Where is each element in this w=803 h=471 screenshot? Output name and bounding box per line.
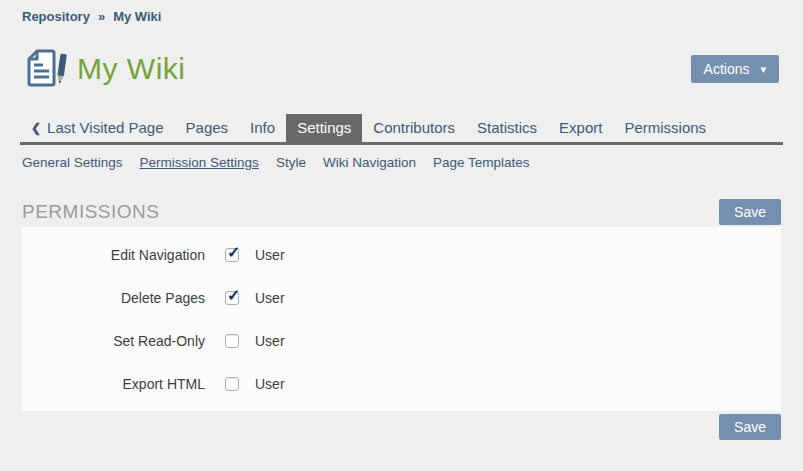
tab-label: Export — [559, 119, 602, 136]
permission-row: Export HTML User — [22, 362, 781, 405]
export-html-user-checkbox[interactable] — [225, 377, 239, 391]
tab-label: Settings — [297, 119, 351, 136]
role-label: User — [255, 247, 285, 263]
permission-label: Delete Pages — [22, 290, 205, 306]
wiki-document-pencil-icon — [24, 48, 68, 90]
back-chevron-icon: ❮ — [31, 121, 41, 135]
actions-button[interactable]: Actions ▾ — [691, 55, 779, 83]
breadcrumb-repository-link[interactable]: Repository — [22, 9, 90, 24]
subnav-page-templates[interactable]: Page Templates — [433, 155, 530, 170]
actions-button-label: Actions — [704, 62, 750, 76]
save-button-bottom[interactable]: Save — [719, 414, 781, 440]
save-button-top[interactable]: Save — [719, 199, 781, 225]
role-label: User — [255, 333, 285, 349]
edit-navigation-user-checkbox[interactable] — [225, 248, 239, 262]
tab-bar: ❮ Last Visited Page Pages Info Settings … — [20, 114, 783, 145]
page-header: My Wiki Actions ▾ — [0, 48, 803, 90]
chevron-down-icon: ▾ — [760, 64, 766, 75]
permissions-section-title: PERMISSIONS — [22, 201, 159, 223]
tab-label: Contributors — [373, 119, 455, 136]
tab-last-visited-page[interactable]: ❮ Last Visited Page — [20, 114, 175, 142]
permission-label: Edit Navigation — [22, 247, 205, 263]
tab-label: Info — [250, 119, 275, 136]
breadcrumb: Repository » My Wiki — [0, 0, 803, 24]
role-label: User — [255, 290, 285, 306]
subnav-general-settings[interactable]: General Settings — [22, 155, 123, 170]
subnav-style[interactable]: Style — [276, 155, 306, 170]
tab-label: Permissions — [624, 119, 706, 136]
permissions-panel: Edit Navigation User Delete Pages User S… — [22, 227, 781, 411]
tab-permissions[interactable]: Permissions — [613, 114, 717, 142]
permission-row: Edit Navigation User — [22, 233, 781, 276]
tab-contributors[interactable]: Contributors — [362, 114, 466, 142]
set-read-only-user-checkbox[interactable] — [225, 334, 239, 348]
permission-label: Export HTML — [22, 376, 205, 392]
tab-label: Statistics — [477, 119, 537, 136]
bottom-bar: Save — [22, 414, 781, 440]
subnav-wiki-navigation[interactable]: Wiki Navigation — [323, 155, 416, 170]
settings-subnav: General Settings Permission Settings Sty… — [0, 145, 803, 170]
page-title: My Wiki — [77, 52, 185, 86]
tab-label: Pages — [186, 119, 229, 136]
permission-label: Set Read-Only — [22, 333, 205, 349]
permissions-section-bar: PERMISSIONS Save — [22, 198, 781, 225]
permission-row: Set Read-Only User — [22, 319, 781, 362]
tab-export[interactable]: Export — [548, 114, 613, 142]
role-label: User — [255, 376, 285, 392]
breadcrumb-current-link[interactable]: My Wiki — [113, 9, 161, 24]
subnav-permission-settings[interactable]: Permission Settings — [140, 155, 259, 170]
permission-row: Delete Pages User — [22, 276, 781, 319]
tab-settings[interactable]: Settings — [286, 114, 362, 142]
delete-pages-user-checkbox[interactable] — [225, 291, 239, 305]
tab-info[interactable]: Info — [239, 114, 286, 142]
tab-label: Last Visited Page — [47, 119, 163, 136]
tab-statistics[interactable]: Statistics — [466, 114, 548, 142]
tab-pages[interactable]: Pages — [175, 114, 240, 142]
breadcrumb-separator: » — [98, 9, 105, 24]
